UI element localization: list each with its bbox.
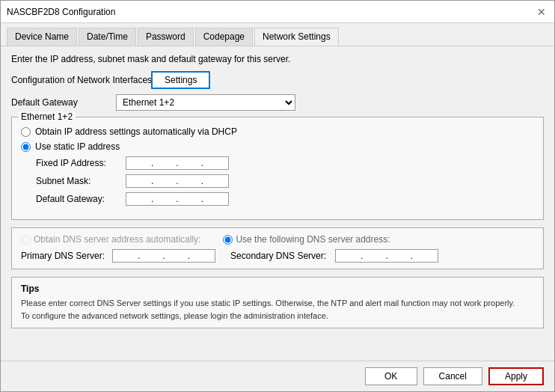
fixed-ip-input-group: 10 . 34 . 10 . 36 [126,156,229,170]
window-title: NASCBF2D8 Configuration [7,7,115,17]
tab-codepage[interactable]: Codepage [195,28,253,46]
fixed-ip-row: Fixed IP Address: 10 . 34 . 10 . 36 [36,156,534,170]
secondary-dns-a[interactable]: 10 [339,251,360,261]
fixed-ip-label: Fixed IP Address: [36,158,126,168]
apply-button[interactable]: Apply [488,367,544,385]
default-gateway-dropdown[interactable]: Ethernet 1+2 Ethernet 1 Ethernet 2 [116,94,295,111]
tips-line2: To configure the advanced network settin… [21,311,328,320]
network-interfaces-label: Configuration of Network Interfaces [11,75,152,85]
subnet-mask-input-group: 255 . 255 . 254 . 0 [126,174,229,188]
tips-line1: Please enter correct DNS Server settings… [21,298,515,307]
settings-button[interactable]: Settings [152,72,209,88]
secondary-dns-c[interactable]: 10 [389,251,410,261]
tab-password[interactable]: Password [138,28,194,46]
close-button[interactable]: ✕ [535,5,548,19]
subnet-a[interactable]: 255 [129,176,150,186]
static-radio[interactable] [21,142,31,152]
network-interfaces-row: Configuration of Network Interfaces Sett… [11,72,544,88]
ethernet-group-title: Ethernet 1+2 [18,111,76,122]
cancel-button[interactable]: Cancel [423,367,482,385]
fixed-ip-c[interactable]: 10 [180,158,200,168]
gateway-input-group: 10 . 34 . 10 . 1 [126,192,229,206]
dns-auto-row: Obtain DNS server address automatically: [21,234,200,245]
static-label: Use static IP address [35,141,120,152]
button-bar: OK Cancel Apply [1,361,554,391]
tips-text: Please enter correct DNS Server settings… [21,297,534,322]
gateway-row: Default Gateway: 10 . 34 . 10 . 1 [36,192,534,206]
page-description: Enter the IP address, subnet mask and de… [11,54,544,64]
dhcp-radio[interactable] [21,127,31,137]
subnet-c[interactable]: 254 [180,176,200,186]
subnet-d[interactable]: 0 [204,176,225,186]
dns-manual-label: Use the following DNS server address: [236,234,390,245]
main-window: NASCBF2D8 Configuration ✕ Device Name Da… [0,0,555,392]
subnet-mask-row: Subnet Mask: 255 . 255 . 254 . 0 [36,174,534,188]
primary-dns-input-group: 10 . 34 . 10 . 2 [112,249,215,263]
dns-auto-radio[interactable] [21,235,31,245]
ok-button[interactable]: OK [365,367,417,385]
primary-dns-c[interactable]: 10 [166,251,187,261]
gateway-label: Default Gateway: [36,194,126,204]
dns-manual-radio[interactable] [223,235,233,245]
dns-auto-label: Obtain DNS server address automatically: [34,234,200,245]
dns-manual-row: Use the following DNS server address: [223,234,390,245]
dns-servers-row: Primary DNS Server: 10 . 34 . 10 . 2 Sec… [21,249,534,263]
dns-mode-row: Obtain DNS server address automatically:… [21,234,534,245]
static-radio-row: Use static IP address [21,141,534,152]
secondary-dns-input-group: 10 . 34 . 10 . 3 [335,249,438,263]
tab-device-name[interactable]: Device Name [7,28,77,46]
default-gateway-label: Default Gateway [11,97,116,108]
primary-dns-d[interactable]: 2 [191,251,212,261]
dhcp-radio-row: Obtain IP address settings automatically… [21,126,534,137]
tips-title: Tips [21,284,534,294]
default-gateway-row: Default Gateway Ethernet 1+2 Ethernet 1 … [11,94,544,111]
subnet-b[interactable]: 255 [154,176,175,186]
secondary-dns-b[interactable]: 34 [364,251,384,261]
gateway-d[interactable]: 1 [204,194,225,204]
content-area: Enter the IP address, subnet mask and de… [1,46,554,361]
fixed-ip-b[interactable]: 34 [154,158,175,168]
tips-section: Tips Please enter correct DNS Server set… [11,277,544,328]
primary-dns-a[interactable]: 10 [116,251,137,261]
tab-bar: Device Name Date/Time Password Codepage … [1,23,554,46]
dhcp-label: Obtain IP address settings automatically… [35,126,237,137]
title-bar: NASCBF2D8 Configuration ✕ [1,1,554,23]
dns-section: Obtain DNS server address automatically:… [11,227,544,269]
primary-dns-label: Primary DNS Server: [21,251,105,261]
gateway-a[interactable]: 10 [129,194,150,204]
primary-dns-b[interactable]: 34 [141,251,162,261]
gateway-c[interactable]: 10 [180,194,200,204]
secondary-dns-label: Secondary DNS Server: [230,251,328,261]
gateway-b[interactable]: 34 [154,194,175,204]
subnet-mask-label: Subnet Mask: [36,176,126,186]
fixed-ip-d[interactable]: 36 [204,158,225,168]
tab-network-settings[interactable]: Network Settings [254,28,339,46]
fixed-ip-a[interactable]: 10 [129,158,150,168]
ethernet-group-box: Ethernet 1+2 Obtain IP address settings … [11,117,544,220]
secondary-dns-d[interactable]: 3 [414,251,435,261]
tab-datetime[interactable]: Date/Time [79,28,136,46]
